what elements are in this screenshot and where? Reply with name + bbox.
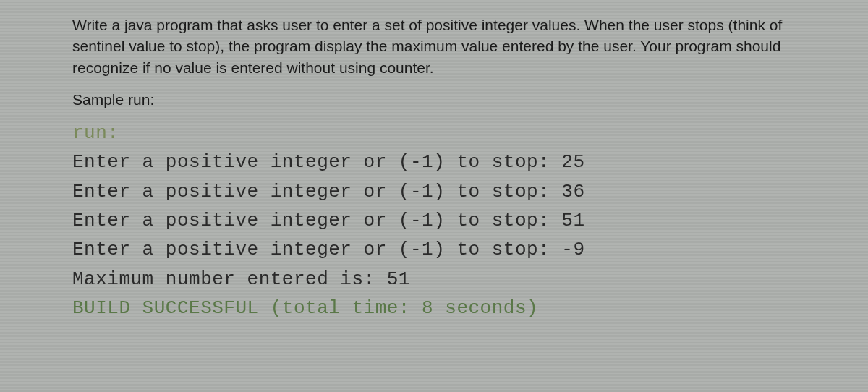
sample-run-label: Sample run: — [72, 91, 796, 108]
console-line: Enter a positive integer or (-1) to stop… — [72, 177, 796, 206]
run-label: run: — [72, 119, 796, 148]
console-line: Enter a positive integer or (-1) to stop… — [72, 235, 796, 264]
build-success-line: BUILD SUCCESSFUL (total time: 8 seconds) — [72, 294, 796, 323]
console-line: Enter a positive integer or (-1) to stop… — [72, 206, 796, 235]
console-line: Enter a positive integer or (-1) to stop… — [72, 148, 796, 176]
problem-description: Write a java program that asks user to e… — [72, 14, 796, 78]
console-line: Maximum number entered is: 51 — [72, 265, 796, 294]
console-output: run: Enter a positive integer or (-1) to… — [72, 119, 796, 323]
